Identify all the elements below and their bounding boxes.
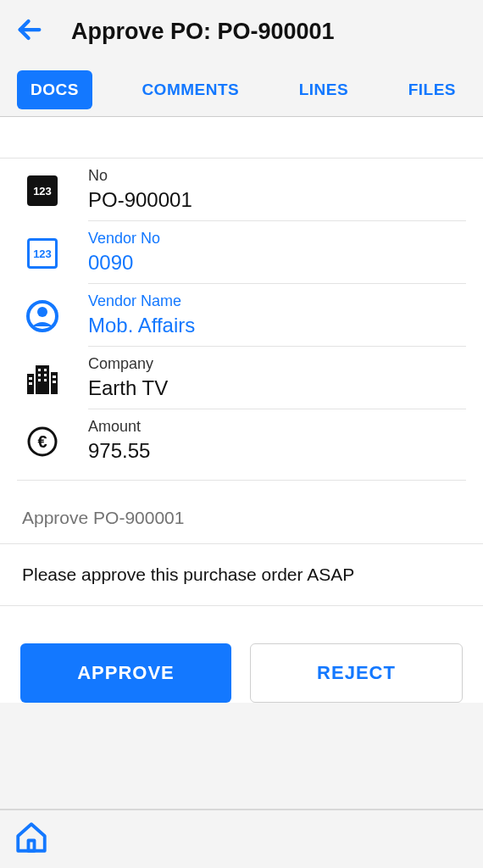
approve-button[interactable]: APPROVE	[20, 643, 231, 703]
tab-docs[interactable]: DOCS	[17, 70, 92, 109]
field-amount: € Amount 975.55	[17, 409, 466, 471]
back-arrow-icon[interactable]	[15, 15, 44, 49]
euro-icon: €	[24, 423, 61, 460]
number-outline-icon: 123	[24, 235, 61, 272]
svg-rect-6	[38, 369, 41, 371]
svg-text:€: €	[37, 432, 47, 451]
svg-rect-8	[38, 374, 41, 376]
field-label: Vendor Name	[88, 292, 466, 310]
field-label: Amount	[88, 418, 466, 436]
building-icon	[24, 360, 61, 398]
home-icon[interactable]	[14, 820, 49, 859]
field-value: Mob. Affairs	[88, 314, 466, 337]
field-value: 975.55	[88, 439, 466, 463]
field-company: Company Earth TV	[17, 347, 466, 409]
field-vendor-no[interactable]: 123 Vendor No 0090	[17, 221, 466, 284]
field-value: Earth TV	[88, 376, 466, 400]
field-no: 123 No PO-900001	[17, 159, 466, 221]
svg-rect-14	[53, 376, 56, 378]
svg-rect-4	[36, 365, 49, 394]
tab-comments[interactable]: COMMENTS	[131, 72, 249, 108]
tab-files[interactable]: FILES	[398, 72, 466, 108]
reject-button[interactable]: REJECT	[250, 643, 463, 703]
field-label: Company	[88, 355, 466, 373]
field-value: 0090	[88, 251, 466, 275]
svg-point-2	[37, 307, 47, 317]
svg-rect-12	[29, 377, 32, 380]
section-heading: Approve PO-900001	[0, 481, 483, 544]
bottom-bar	[0, 810, 483, 868]
field-label: No	[88, 167, 466, 185]
svg-rect-9	[44, 374, 47, 376]
content: 123 No PO-900001 123 Vendor No 0090	[0, 117, 483, 703]
svg-rect-13	[29, 382, 32, 385]
header: Approve PO: PO-900001	[0, 0, 483, 64]
field-label: Vendor No	[88, 230, 466, 248]
svg-rect-11	[44, 379, 47, 381]
svg-rect-7	[44, 369, 47, 371]
page-title: Approve PO: PO-900001	[71, 19, 335, 45]
svg-rect-10	[38, 379, 41, 381]
field-vendor-name[interactable]: Vendor Name Mob. Affairs	[17, 284, 466, 347]
field-value: PO-900001	[88, 188, 466, 212]
action-buttons: APPROVE REJECT	[0, 606, 483, 703]
tab-bar: DOCS COMMENTS LINES FILES	[0, 64, 483, 117]
number-solid-icon: 123	[24, 172, 61, 209]
person-icon	[24, 298, 61, 335]
svg-rect-18	[29, 841, 35, 851]
tab-lines[interactable]: LINES	[289, 72, 358, 108]
approval-message: Please approve this purchase order ASAP	[0, 544, 483, 606]
svg-rect-15	[53, 381, 56, 383]
